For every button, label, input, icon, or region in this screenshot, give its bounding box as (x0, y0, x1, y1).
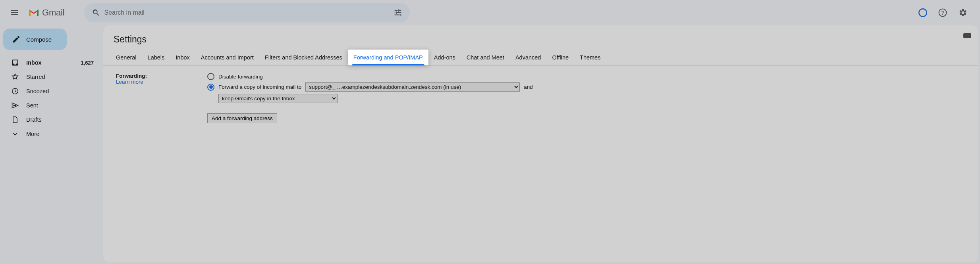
pencil-icon (12, 35, 21, 44)
keep-copy-select[interactable]: keep Gmail's copy in the Inbox (218, 94, 338, 103)
radio-forward-copy[interactable] (207, 84, 214, 91)
header-right: ? (914, 4, 975, 21)
tab-offline[interactable]: Offline (546, 50, 574, 65)
compose-label: Compose (26, 36, 52, 43)
sidebar-item-starred[interactable]: Starred (0, 70, 103, 84)
sidebar: Compose Inbox 1,627 Starred Snoozed Sent (0, 25, 103, 264)
sidebar-item-label: Drafts (26, 117, 103, 123)
sidebar-item-label: Sent (26, 102, 103, 109)
tab-general[interactable]: General (110, 50, 142, 65)
radio-disable-forwarding[interactable] (207, 73, 214, 80)
forwarding-section: Forwarding: Learn more Disable forwardin… (103, 66, 978, 123)
gmail-icon (28, 8, 40, 17)
chevron-down-icon (11, 130, 19, 138)
top-bar: Gmail ? (0, 0, 980, 25)
help-button[interactable]: ? (934, 4, 951, 21)
clock-icon (11, 87, 19, 95)
menu-button[interactable] (5, 3, 24, 22)
tab-addons[interactable]: Add-ons (428, 50, 461, 65)
svg-point-0 (919, 9, 927, 17)
sidebar-item-sent[interactable]: Sent (0, 98, 103, 113)
forward-copy-label: Forward a copy of incoming mail to (218, 84, 301, 90)
tab-accounts-import[interactable]: Accounts and Import (195, 50, 259, 65)
sidebar-item-inbox[interactable]: Inbox 1,627 (0, 55, 103, 70)
compose-button[interactable]: Compose (3, 29, 67, 50)
settings-button[interactable] (954, 4, 971, 21)
disable-forwarding-label: Disable forwarding (218, 74, 263, 80)
tune-icon[interactable] (390, 8, 406, 17)
gear-icon (958, 8, 967, 17)
status-indicator[interactable] (914, 4, 932, 21)
sidebar-item-label: Starred (26, 74, 103, 80)
logo[interactable]: Gmail (28, 8, 64, 18)
tab-chat-meet[interactable]: Chat and Meet (461, 50, 510, 65)
tab-labels[interactable]: Labels (142, 50, 170, 65)
sidebar-item-label: Snoozed (26, 88, 103, 94)
tab-advanced[interactable]: Advanced (510, 50, 547, 65)
tab-themes[interactable]: Themes (574, 50, 606, 65)
tab-filters-blocked[interactable]: Filters and Blocked Addresses (259, 50, 348, 65)
sidebar-item-count: 1,627 (81, 60, 94, 66)
sidebar-item-snoozed[interactable]: Snoozed (0, 84, 103, 98)
sidebar-item-drafts[interactable]: Drafts (0, 113, 103, 127)
circle-progress-icon (918, 8, 928, 18)
help-icon: ? (938, 8, 947, 17)
keyboard-icon[interactable] (963, 33, 971, 38)
search-bar[interactable] (84, 3, 410, 22)
search-input[interactable] (104, 9, 390, 16)
sidebar-item-more[interactable]: More (0, 127, 103, 141)
star-icon (11, 73, 19, 81)
svg-text:?: ? (941, 10, 944, 16)
inbox-icon (11, 59, 19, 67)
forwarding-heading: Forwarding: (116, 73, 207, 79)
send-icon (11, 101, 19, 109)
sidebar-item-label: Inbox (26, 59, 73, 66)
sidebar-item-label: More (26, 131, 103, 137)
search-icon[interactable] (88, 8, 104, 17)
settings-tabs: General Labels Inbox Accounts and Import… (103, 50, 978, 66)
tab-inbox[interactable]: Inbox (170, 50, 195, 65)
tab-forwarding-pop-imap[interactable]: Forwarding and POP/IMAP (348, 50, 428, 65)
settings-panel: Settings General Labels Inbox Accounts a… (103, 25, 978, 262)
product-name: Gmail (42, 8, 64, 18)
forward-address-select[interactable]: support@_ …examplezendesksubdomain.zende… (305, 82, 520, 92)
page-title: Settings (103, 33, 978, 50)
and-label: and (524, 84, 533, 90)
learn-more-link[interactable]: Learn more (116, 79, 143, 85)
hamburger-icon (10, 8, 19, 17)
file-icon (11, 116, 19, 124)
add-forwarding-address-button[interactable]: Add a forwarding address (207, 113, 277, 123)
